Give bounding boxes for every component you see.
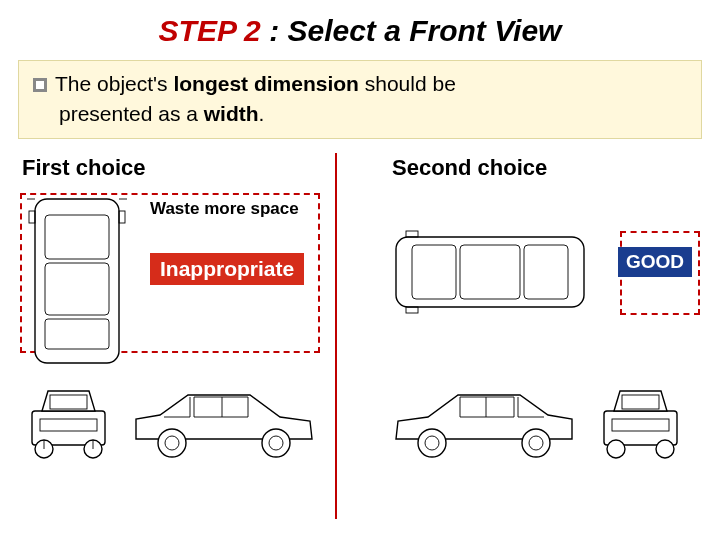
car-front-view-right bbox=[598, 383, 683, 461]
columns: First choice Waste more space Inappropri… bbox=[0, 149, 720, 519]
svg-rect-6 bbox=[29, 211, 35, 223]
callout-line-1: The object's longest dimension should be bbox=[33, 69, 687, 99]
inappropriate-tag: Inappropriate bbox=[150, 253, 304, 285]
svg-rect-7 bbox=[119, 211, 125, 223]
car-front-view bbox=[26, 383, 111, 461]
right-column: Second choice GOOD bbox=[360, 149, 700, 519]
waste-label: Waste more space bbox=[150, 199, 299, 219]
right-heading: Second choice bbox=[360, 149, 700, 189]
good-tag: GOOD bbox=[618, 247, 692, 277]
left-column: First choice Waste more space Inappropri… bbox=[20, 149, 360, 519]
svg-rect-24 bbox=[406, 231, 418, 237]
callout-box: The object's longest dimension should be… bbox=[18, 60, 702, 139]
car-side-view-right bbox=[390, 383, 578, 461]
svg-point-29 bbox=[522, 429, 550, 457]
svg-point-16 bbox=[158, 429, 186, 457]
title-rest: : Select a Front View bbox=[261, 14, 562, 47]
car-side-view-left bbox=[130, 383, 318, 461]
svg-rect-25 bbox=[406, 307, 418, 313]
svg-point-34 bbox=[607, 440, 625, 458]
svg-point-27 bbox=[418, 429, 446, 457]
svg-rect-20 bbox=[396, 237, 584, 307]
bullet-icon bbox=[33, 78, 47, 92]
callout-line-2: presented as a width. bbox=[33, 99, 687, 129]
left-heading: First choice bbox=[20, 149, 360, 189]
car-top-view-horizontal bbox=[390, 227, 590, 317]
car-top-view-vertical bbox=[25, 193, 129, 369]
svg-rect-0 bbox=[35, 199, 119, 363]
slide-title: STEP 2 : Select a Front View bbox=[0, 0, 720, 56]
svg-point-18 bbox=[262, 429, 290, 457]
svg-point-35 bbox=[656, 440, 674, 458]
title-step: STEP 2 bbox=[159, 14, 261, 47]
